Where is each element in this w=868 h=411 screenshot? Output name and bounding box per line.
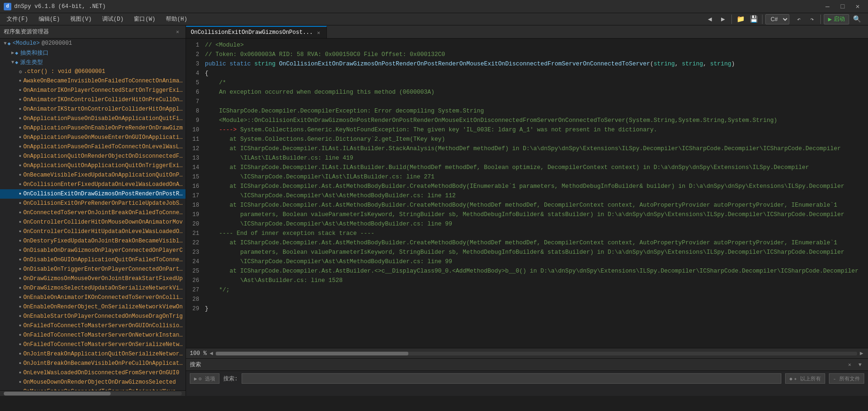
list-item[interactable]: ● OnApplicationQuitOnApplicationQuitOnTr… (0, 161, 186, 170)
search-options-button[interactable]: ▶ ⊙ 选项 (190, 373, 219, 384)
line-content: parameters, Boolean valueParameterIsKeyw… (205, 210, 860, 219)
method-icon: ● (19, 295, 21, 300)
search-header: 搜索 ✕ ▼ (186, 359, 868, 371)
menu-edit[interactable]: 编辑(E) (34, 14, 65, 24)
method-icon: ● (19, 201, 21, 206)
list-item[interactable]: ● OnApplicationPauseOnEnableOnPreRenderO… (0, 123, 186, 133)
left-panel-scrollbar[interactable] (0, 390, 186, 396)
save-button[interactable]: 💾 (748, 14, 759, 25)
list-item[interactable]: ● OnApplicationQuitOnRenderObjectOnDisco… (0, 152, 186, 161)
language-selector[interactable]: C# IL VB (765, 14, 789, 24)
search-pin-button[interactable]: ✕ (845, 361, 854, 369)
list-item[interactable]: ● OnEnableOnAnimatorIKOnConnectedToServe… (0, 293, 186, 302)
scroll-left-button[interactable]: ◀ (209, 350, 214, 357)
search-collapse-button[interactable]: ▼ (856, 361, 864, 369)
run-button[interactable]: ▶ 启动 (824, 14, 849, 24)
line-number: 18 (186, 201, 205, 210)
list-item[interactable]: ● OnFailedToConnectToMasterServerOnGUIOn… (0, 321, 186, 330)
method-icon: ● (19, 220, 21, 225)
search-label: 搜索: (223, 375, 238, 383)
search-files-button[interactable]: - 所有文件 (829, 373, 864, 384)
minimize-button[interactable]: — (821, 0, 834, 13)
line-content: at ICSharpCode.Decompiler.Ast.AstMethodB… (205, 182, 860, 191)
list-item[interactable]: ● OnAnimatorIKOnPlayerConnectedStartOnTr… (0, 86, 186, 95)
undo-button[interactable]: ↶ (793, 14, 804, 25)
tab-close-button[interactable]: ✕ (316, 29, 322, 36)
method-icon: ● (19, 192, 21, 196)
list-item[interactable]: ● OnApplicationPauseOnDisableOnApplicati… (0, 114, 186, 123)
list-item[interactable]: ● OnLevelWasLoadedOnDisconnectedFromServ… (0, 368, 186, 378)
list-item[interactable]: ● OnEnableOnRenderObject_OnSerializeNetw… (0, 302, 186, 312)
method-label: OnDrawGizmosSelectedUpdataOnSerializeNet… (23, 285, 184, 291)
tree-node-selected[interactable]: ● OnCollisionExitOnDrawGizmosOnPostRende… (0, 189, 186, 199)
code-line-3: 3 public static string OnCollisionExitOn… (186, 59, 868, 69)
code-line-6: 6 An exception occurred when decompiling… (186, 88, 868, 97)
method-label: OnMouseDownOnRenderObjectOnDrawGizmosSel… (23, 379, 176, 386)
line-content: parameters, Boolean valueParameterIsKeyw… (205, 248, 860, 257)
list-item[interactable]: ● OnControllerColliderHitOnMouseDownOnAn… (0, 218, 186, 227)
menu-file[interactable]: 文件(F) (2, 14, 33, 24)
close-button[interactable]: ✕ (851, 0, 864, 13)
list-item[interactable]: ● OnDrawGizmosOnMouseOverOnJointBreakSta… (0, 274, 186, 283)
list-item[interactable]: ● OnEnableStartOnPlayerConnectedOnMouseD… (0, 312, 186, 321)
line-number: 27 (186, 285, 205, 295)
list-item[interactable]: ● OnMouseDownOnRenderObjectOnDrawGizmosS… (0, 378, 186, 387)
list-item[interactable]: ● OnDestoryFixedUpdataOnJointBreakOnBeca… (0, 236, 186, 246)
list-item[interactable]: ● OnAnimatorIKStartOnControllerColliderH… (0, 105, 186, 114)
back-button[interactable]: ◀ (704, 14, 715, 25)
tree-node-module[interactable]: ▼ ◆ <Module> @02000001 (0, 39, 186, 48)
line-number: 16 (186, 182, 205, 191)
list-item[interactable]: ● OnApplicationPauseOnFailedToConnectOnL… (0, 142, 186, 152)
list-item[interactable]: ● OnCollisionExitOnPreRenderOnParticleUp… (0, 199, 186, 208)
list-item[interactable]: ● OnBecameVisibleFixedUpdataOnApplicatio… (0, 170, 186, 180)
forward-button[interactable]: ▶ (717, 14, 729, 25)
panel-pin-button[interactable]: ✕ (173, 28, 182, 36)
assembly-tree[interactable]: ▼ ◆ <Module> @02000001 ▶ ◆ 抽类和接口 ▼ ◆ 派生类… (0, 39, 186, 390)
scroll-right-button[interactable]: ▶ (859, 350, 864, 357)
tree-node-derived[interactable]: ▼ ◆ 派生类型 (0, 57, 186, 67)
line-number: 25 (186, 266, 205, 276)
list-item[interactable]: ● OnControllerColliderHitUpdataOnLevelWa… (0, 227, 186, 236)
list-item[interactable]: ● OnApplicationPauseOnMouseEnterOnGUIOnA… (0, 133, 186, 142)
list-item[interactable]: ● OnJointBreakOnApplicationQuitOnSeriali… (0, 349, 186, 359)
method-label: OnControllerColliderHitOnMouseDownOnAnim… (23, 219, 182, 226)
module-addr: @02000001 (41, 40, 72, 47)
menu-window[interactable]: 窗口(W) (129, 14, 160, 24)
line-number: 5 (186, 78, 205, 88)
list-item[interactable]: ● OnDisableOnTriggerEnterOnPlayerConnect… (0, 265, 186, 274)
options-icon: ▶ (194, 376, 197, 382)
redo-button[interactable]: ↷ (806, 14, 818, 25)
list-item[interactable]: ● OnFailedToConnectToMasterServerOnSeria… (0, 340, 186, 349)
menu-help[interactable]: 帮助(H) (161, 14, 192, 24)
list-item[interactable]: ● OnCollisionEnterFixedUpdataOnLevelWasL… (0, 180, 186, 189)
line-number: 28 (186, 295, 205, 304)
menu-debug[interactable]: 调试(D) (97, 14, 129, 24)
list-item[interactable]: ● OnJointBreakOnBecameVisibleOnPreCullOn… (0, 359, 186, 368)
menu-view[interactable]: 视图(V) (65, 14, 97, 24)
method-label: OnJointBreakOnBecameVisibleOnPreCullOnAp… (23, 360, 184, 367)
method-icon: ● (19, 305, 21, 309)
tab-main[interactable]: OnCollisionExitOnDrawGizmosOnPost... ✕ (186, 26, 327, 38)
maximize-button[interactable]: □ (836, 0, 849, 13)
method-icon: ● (19, 154, 21, 159)
line-content: \ILAst\ILAstBuilder.cs: line 419 (205, 153, 860, 163)
tree-node-ctor[interactable]: ⚙ .ctor() : void @06000001 (0, 67, 186, 76)
list-item[interactable]: ● OnAnimatorIKOnControllerColliderHitOnP… (0, 95, 186, 105)
tree-node-interfaces[interactable]: ▶ ◆ 抽类和接口 (0, 48, 186, 57)
code-line-24: 24 \ICSharpCode.Decompiler\Ast\AstMethod… (186, 257, 868, 266)
list-item[interactable]: ● OnDisableOnDrawGizmosOnPlayerConnected… (0, 246, 186, 255)
list-item[interactable]: ● AwakeOnBecameInvisibleOnFailedToConnec… (0, 76, 186, 86)
list-item[interactable]: ● OnConnectedToServerOnJointBreakOnFaile… (0, 208, 186, 218)
method-label: OnCollisionExitOnPreRenderOnParticleUpda… (23, 200, 184, 207)
list-item[interactable]: ● OnDisableOnGUIOnApplicationQuitOnFaile… (0, 255, 186, 265)
open-button[interactable]: 📁 (735, 14, 746, 25)
search-toolbar-button[interactable]: 🔍 (851, 14, 862, 25)
code-editor[interactable]: 1 // <Module> 2 // Token: 0x0600003A RID… (186, 39, 868, 348)
method-label: OnFailedToConnectToMasterServerOnGUIOnCo… (23, 322, 184, 329)
method-icon: ● (19, 333, 21, 338)
list-item[interactable]: ● OnMouseEnterOnConnectedToServerOnAnima… (0, 387, 186, 390)
list-item[interactable]: ● OnFailedToConnectToMasterServerOnNetwo… (0, 330, 186, 340)
list-item[interactable]: ● OnDrawGizmosSelectedUpdataOnSerializeN… (0, 283, 186, 293)
search-scope-button[interactable]: ◆ ✦ 以上所有 (785, 373, 825, 384)
search-input[interactable] (242, 373, 781, 384)
